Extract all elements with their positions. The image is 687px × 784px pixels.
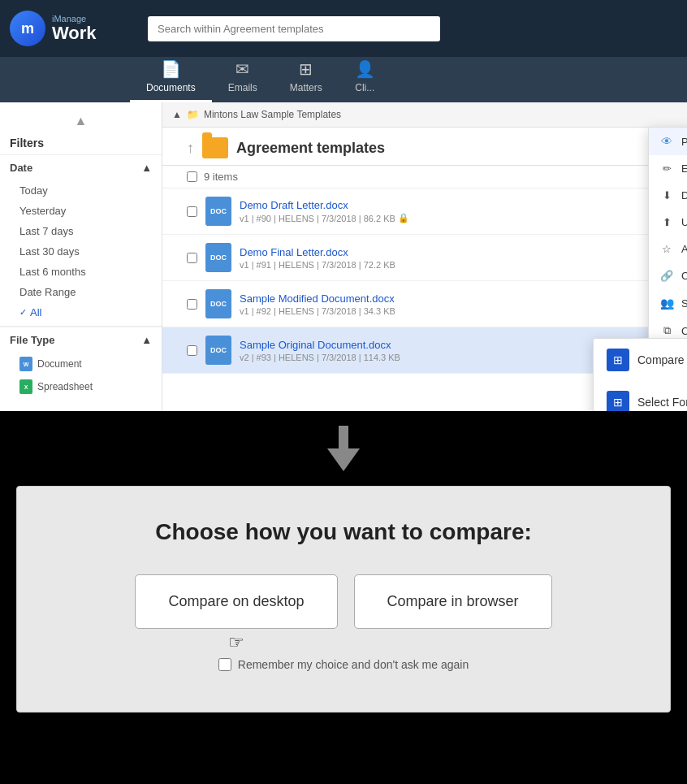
tab-emails[interactable]: ✉ Emails — [212, 53, 274, 102]
doc-type-icon: W — [19, 357, 32, 371]
tab-clients[interactable]: 👤 Cli... — [339, 53, 391, 102]
tab-matters-label: Matters — [290, 82, 322, 93]
breadcrumb-arrow-icon: ▲ — [172, 109, 182, 120]
down-arrow-icon — [327, 448, 360, 471]
product-name: Work — [52, 24, 97, 43]
filter-last7[interactable]: Last 7 days — [0, 221, 162, 241]
file-doc-icon-2: DOC — [205, 289, 231, 318]
file-type-collapse-icon: ▲ — [141, 334, 152, 346]
select-compare-label: Select For Compare — [637, 396, 687, 409]
upload-icon: ⬆ — [660, 216, 673, 228]
menu-edit-label: Edit — [681, 162, 687, 175]
search-bar[interactable] — [148, 16, 440, 41]
date-collapse-icon: ▲ — [141, 162, 152, 174]
search-input[interactable] — [148, 16, 440, 41]
filter-all[interactable]: All — [0, 302, 162, 323]
breadcrumb-folder-icon: 📁 — [187, 109, 199, 120]
items-count-label: 9 items — [204, 171, 238, 183]
file-name-2: Sample Modified Document.docx — [240, 292, 677, 305]
scroll-indicator: ▲ — [0, 110, 162, 132]
bottom-wrapper: Choose how you want to compare: Compare … — [0, 486, 687, 729]
documents-icon: 📄 — [161, 59, 181, 79]
folder-header: ↑ Agreement templates — [162, 128, 687, 166]
date-label: Date — [10, 162, 32, 174]
file-item-0[interactable]: DOC Demo Draft Letter.docx v1 | #90 | HE… — [162, 188, 687, 235]
menu-item-upload-version[interactable]: ⬆ Upload New Version — [649, 209, 687, 236]
menu-upload-label: Upload New Version — [681, 216, 687, 228]
tab-matters[interactable]: ⊞ Matters — [274, 53, 339, 102]
sub-menu-item-select-compare[interactable]: ⊞ Select For Compare — [594, 381, 687, 411]
file-type-section: File Type ▲ W Document X Spreadsheet — [0, 326, 162, 398]
main-content: ▲ Filters Date ▲ Today Yesterday Last 7 … — [0, 102, 687, 411]
file-type-filter-header[interactable]: File Type ▲ — [0, 327, 162, 353]
menu-download-label: Download — [681, 189, 687, 201]
filter-last6months[interactable]: Last 6 months — [0, 262, 162, 282]
menu-item-download[interactable]: ⬇ Download — [649, 182, 687, 209]
compare-previous-label: Compare With Previous — [637, 353, 687, 366]
lock-icon-0: 🔒 — [398, 213, 409, 223]
arrow-divider — [0, 411, 687, 486]
filter-today[interactable]: Today — [0, 180, 162, 201]
logo-text: iManage Work — [52, 14, 97, 43]
filter-yesterday[interactable]: Yesterday — [0, 201, 162, 221]
link-icon: 🔗 — [660, 270, 673, 282]
app-logo-icon: m — [10, 11, 45, 46]
menu-copy-label: Copy — [681, 325, 687, 337]
file-meta-1: v1 | #91 | HELENS | 7/3/2018 | 72.2 KB — [240, 260, 677, 270]
file-checkbox-3[interactable] — [187, 345, 197, 356]
folder-title: Agreement templates — [236, 140, 385, 157]
menu-item-share[interactable]: 👥 Share ▶ — [649, 289, 687, 317]
file-checkbox-1[interactable] — [187, 253, 197, 263]
file-doc-icon-3: DOC — [205, 336, 231, 365]
date-filter-section[interactable]: Date ▲ — [0, 154, 162, 180]
filter-daterange[interactable]: Date Range — [0, 282, 162, 302]
items-count-row: 9 items — [162, 166, 687, 188]
menu-favorites-label: Add to My Favorites — [681, 243, 687, 255]
nav-tabs: 📄 Documents ✉ Emails ⊞ Matters 👤 Cli... — [0, 57, 687, 102]
top-section: m iManage Work 📄 Documents ✉ Emails ⊞ Ma… — [0, 0, 687, 411]
file-meta-0: v1 | #90 | HELENS | 7/3/2018 | 86.2 KB 🔒 — [240, 213, 677, 223]
menu-item-copy-link[interactable]: 🔗 Copy Link — [649, 262, 687, 289]
cursor-hand-icon: ☞ — [228, 632, 244, 653]
edit-icon: ✏ — [660, 162, 673, 175]
sub-menu-item-compare-previous[interactable]: ⊞ Compare With Previous — [594, 339, 687, 381]
tab-documents[interactable]: 📄 Documents — [130, 53, 212, 102]
compare-dialog-title: Choose how you want to compare: — [155, 519, 532, 545]
filter-document-label: Document — [37, 358, 82, 370]
compare-desktop-button[interactable]: Compare on desktop — [135, 574, 337, 629]
select-compare-icon: ⊞ — [607, 391, 629, 411]
compare-previous-icon: ⊞ — [607, 349, 629, 371]
file-item-2[interactable]: DOC Sample Modified Document.docx v1 | #… — [162, 281, 687, 327]
tab-documents-label: Documents — [146, 82, 196, 93]
menu-item-edit[interactable]: ✏ Edit — [649, 155, 687, 182]
file-checkbox-0[interactable] — [187, 206, 197, 217]
file-item-1[interactable]: DOC Demo Final Letter.docx v1 | #91 | HE… — [162, 235, 687, 281]
desktop-btn-wrapper: Compare on desktop ☞ — [135, 574, 337, 629]
remember-row: Remember my choice and don't ask me agai… — [218, 658, 469, 671]
file-info-1: Demo Final Letter.docx v1 | #91 | HELENS… — [240, 246, 677, 270]
compare-browser-button[interactable]: Compare in browser — [354, 574, 552, 629]
logo-area: m iManage Work — [10, 11, 140, 46]
folder-up-icon: ↑ — [187, 140, 194, 157]
copy-icon: ⧉ — [660, 324, 673, 337]
sheet-type-icon: X — [19, 379, 32, 394]
filter-spreadsheet-label: Spreadsheet — [37, 381, 93, 392]
menu-preview-label: Preview — [681, 136, 687, 148]
select-all-checkbox[interactable] — [187, 171, 197, 182]
remember-choice-checkbox[interactable] — [218, 658, 231, 671]
file-doc-icon-1: DOC — [205, 243, 231, 272]
tab-emails-label: Emails — [228, 82, 257, 93]
file-name-0: Demo Draft Letter.docx — [240, 199, 677, 211]
file-checkbox-2[interactable] — [187, 299, 197, 310]
file-list-area: ▲ 📁 Mintons Law Sample Templates ↑ Agree… — [162, 102, 687, 411]
filter-spreadsheet[interactable]: X Spreadsheet — [0, 375, 162, 398]
compare-sub-menu: ⊞ Compare With Previous ⊞ Select For Com… — [593, 338, 687, 411]
file-doc-icon-0: DOC — [205, 197, 231, 226]
file-meta-2: v1 | #92 | HELENS | 7/3/2018 | 34.3 KB — [240, 306, 677, 316]
menu-item-add-favorites[interactable]: ☆ Add to My Favorites — [649, 236, 687, 262]
filter-document[interactable]: W Document — [0, 353, 162, 375]
filter-last30[interactable]: Last 30 days — [0, 241, 162, 262]
emails-icon: ✉ — [235, 59, 249, 79]
menu-item-preview[interactable]: 👁 Preview — [649, 128, 687, 155]
matters-icon: ⊞ — [299, 59, 313, 79]
